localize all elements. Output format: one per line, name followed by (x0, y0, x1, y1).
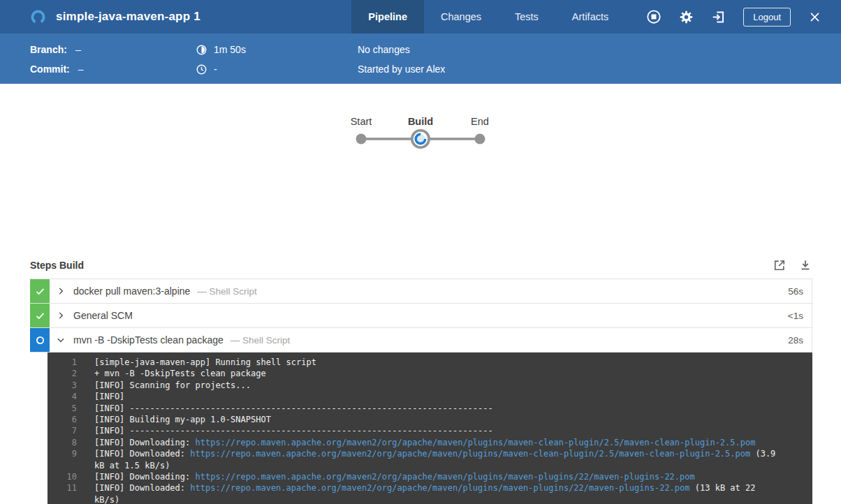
console-line: 5[INFO] --------------------------------… (47, 403, 812, 414)
step-row[interactable]: General SCM<1s (30, 304, 812, 328)
steps-list: docker pull maven:3-alpine— Shell Script… (30, 279, 812, 353)
console-line: 2+ mvn -B -DskipTests clean package (47, 368, 812, 379)
console-line-number[interactable]: 2 (47, 368, 77, 379)
commit-label: Commit: (30, 64, 70, 75)
changes-summary: No changes (358, 44, 410, 55)
console-line-text: [INFO] Downloading: https://repo.maven.a… (77, 437, 812, 448)
step-sublabel: — Shell Script (197, 286, 257, 297)
console-line-text: [INFO] ---------------------------------… (77, 403, 812, 414)
console-line: 6[INFO] Building my-app 1.0-SNAPSHOT (47, 414, 812, 425)
console-line-number[interactable]: 7 (47, 425, 77, 436)
step-label: mvn -B -DskipTests clean package (73, 334, 224, 346)
step-status-running-icon (30, 328, 50, 352)
tab-pipeline[interactable]: Pipeline (351, 0, 424, 34)
chevron-right-icon (56, 286, 66, 296)
console-link[interactable]: https://repo.maven.apache.org/maven2/org… (196, 438, 756, 447)
chevron-right-icon (56, 311, 66, 320)
svg-text:End: End (471, 116, 489, 127)
console-line-number[interactable]: 1 (47, 357, 77, 368)
tab-artifacts[interactable]: Artifacts (555, 0, 625, 34)
console-line-text: [INFO] Downloaded: https://repo.maven.ap… (77, 448, 812, 471)
download-log-icon[interactable] (798, 258, 812, 272)
console-link[interactable]: https://repo.maven.apache.org/maven2/org… (196, 472, 695, 482)
step-status-success-icon (30, 304, 50, 327)
console-line: 11[INFO] Downloaded: https://repo.maven.… (47, 482, 812, 504)
console-log[interactable]: 1[simple-java-maven-app] Running shell s… (47, 353, 812, 504)
step-row[interactable]: docker pull maven:3-alpine— Shell Script… (30, 279, 812, 304)
console-line-number[interactable]: 9 (47, 448, 77, 471)
header-tabs: PipelineChangesTestsArtifacts (351, 0, 625, 34)
console-line-text: [INFO] ---------------------------------… (77, 425, 812, 436)
console-line-number[interactable]: 8 (47, 437, 77, 448)
tab-changes[interactable]: Changes (424, 0, 498, 34)
console-line-text: [INFO] Downloaded: https://repo.maven.ap… (77, 482, 812, 504)
step-row[interactable]: mvn -B -DskipTests clean package— Shell … (30, 328, 812, 353)
step-label: General SCM (73, 310, 133, 321)
svg-text:Start: Start (351, 116, 372, 127)
close-icon[interactable] (808, 10, 821, 24)
open-log-in-new-window-icon[interactable] (773, 258, 787, 272)
clock-icon (196, 64, 207, 75)
console-line-number[interactable]: 4 (47, 391, 77, 402)
console-line-text: [INFO] Building my-app 1.0-SNAPSHOT (77, 414, 812, 425)
stop-build-icon[interactable] (646, 9, 661, 24)
console-link[interactable]: https://repo.maven.apache.org/maven2/org… (190, 483, 689, 493)
run-cause: Started by user Alex (358, 64, 445, 75)
console-line-number[interactable]: 5 (47, 403, 77, 414)
console-line: 10[INFO] Downloading: https://repo.maven… (47, 471, 812, 482)
pipeline-node-build[interactable]: Build (408, 116, 433, 147)
step-label: docker pull maven:3-alpine (73, 286, 190, 297)
step-duration: 56s (788, 286, 812, 297)
console-line-number[interactable]: 11 (47, 482, 77, 504)
run-duration: 1m 50s (214, 44, 246, 55)
commit-value: – (78, 64, 84, 75)
console-line-text: + mvn -B -DskipTests clean package (77, 368, 812, 379)
console-line-text: [INFO] (77, 391, 812, 402)
console-line: 9[INFO] Downloaded: https://repo.maven.a… (47, 448, 812, 471)
tab-tests[interactable]: Tests (498, 0, 555, 34)
console-line-text: [simple-java-maven-app] Running shell sc… (77, 357, 812, 368)
console-line: 4[INFO] (47, 391, 812, 402)
step-duration: <1s (788, 311, 812, 321)
step-duration: 28s (788, 335, 812, 346)
pipeline-graph: Start Build End (0, 107, 841, 157)
run-end-time: - (214, 64, 217, 75)
steps-section: Steps Build docker pull maven:3-alpine— … (30, 258, 812, 504)
console-line: 3[INFO] Scanning for projects... (47, 380, 812, 391)
header-icon-cluster: Logout (625, 8, 841, 27)
blueocean-logo-icon (30, 9, 46, 25)
console-link[interactable]: https://repo.maven.apache.org/maven2/org… (190, 449, 750, 459)
logout-button[interactable]: Logout (743, 8, 791, 27)
step-sublabel: — Shell Script (231, 335, 291, 346)
step-status-success-icon (30, 279, 50, 303)
gear-icon[interactable] (679, 10, 694, 24)
console-line-text: [INFO] Downloading: https://repo.maven.a… (77, 471, 812, 482)
console-line-text: [INFO] Scanning for projects... (77, 380, 812, 391)
branch-label: Branch: (30, 44, 67, 55)
exit-to-classic-icon[interactable] (711, 10, 726, 24)
console-line-number[interactable]: 10 (47, 471, 77, 482)
svg-text:Build: Build (408, 116, 433, 127)
console-line-number[interactable]: 6 (47, 414, 77, 425)
console-line: 8[INFO] Downloading: https://repo.maven.… (47, 437, 812, 448)
page-title: simple-java-maven-app 1 (56, 10, 200, 24)
top-header: simple-java-maven-app 1 PipelineChangesT… (0, 0, 841, 34)
branch-value: – (75, 44, 81, 55)
duration-icon (196, 44, 207, 56)
run-detail-bar: Branch: – Commit: – 1m 50s (0, 34, 841, 84)
steps-title: Steps Build (30, 260, 84, 271)
console-line: 7[INFO] --------------------------------… (47, 425, 812, 436)
chevron-down-icon (56, 335, 66, 345)
console-line-number[interactable]: 3 (47, 380, 77, 391)
console-line: 1[simple-java-maven-app] Running shell s… (47, 357, 812, 368)
